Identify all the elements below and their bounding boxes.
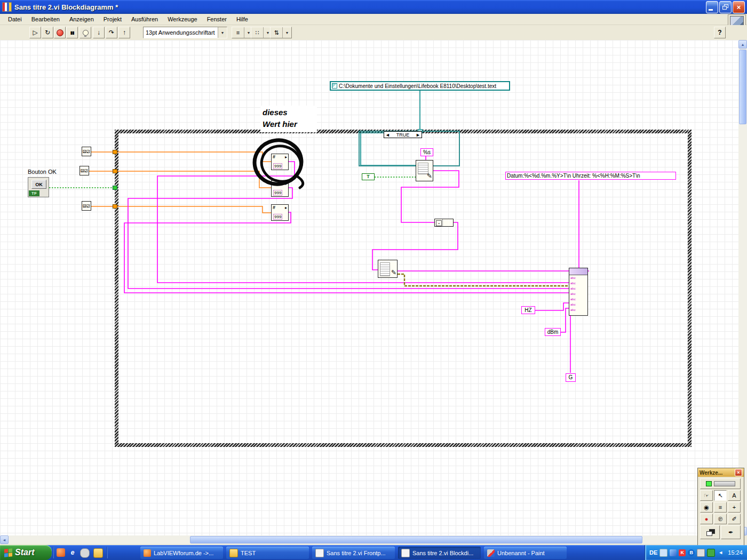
menu-anzeigen[interactable]: Anzeigen [65,15,99,23]
task-button-paint[interactable]: Unbenannt - Paint [484,547,567,559]
start-button[interactable]: Start [0,545,52,560]
hz-constant[interactable]: HZ [521,306,535,314]
build-array-node[interactable]: ▪ [434,219,454,227]
while-loop-border-left[interactable] [115,130,118,447]
horizontal-scrollbar[interactable]: ◄ ► [0,535,738,544]
case-prev-icon[interactable]: ◄ [385,132,390,138]
network-tray-icon[interactable] [670,549,677,556]
while-loop-border-bottom[interactable] [115,443,692,447]
format-into-file-node[interactable]: ✎ [416,160,433,181]
font-selector[interactable]: 13pt Anwendungsschriftart ▼ [143,27,227,38]
tools-palette-close-button[interactable]: × [735,469,742,476]
task-button-labviewforum[interactable]: LabVIEWforum.de ->... [140,547,223,559]
title-bar: Sans titre 2.vi Blockdiagramm * × [0,0,747,14]
edit-text-tool[interactable]: A [728,490,741,501]
number-to-string-node-1[interactable]: # ▸ 999 [271,154,289,170]
scroll-tool[interactable]: + [728,502,741,513]
set-color-tool[interactable] [700,525,720,539]
percent-s-constant[interactable]: %s [420,148,433,156]
chevron-down-icon[interactable]: ▼ [282,27,291,38]
status-tray-icon[interactable] [707,549,715,557]
task-button-blockdiagram[interactable]: Sans titre 2.vi Blockdi... [398,547,481,559]
operate-value-tool[interactable]: ☞ [700,490,713,501]
run-continuous-button[interactable]: ↻ [42,27,53,38]
toolbar: ▷ ↻ ▮▮ ↓ ↷ ↑ 13pt Anwendungsschriftart ▼… [0,25,747,41]
concatenate-strings-node[interactable]: abc abc abc abc abc abc abc [569,268,588,316]
volume-tray-icon[interactable]: ◄ [717,549,724,556]
wire-tool[interactable]: ◉ [700,502,713,513]
ie-e-glyph: e [71,549,75,556]
tools-palette-window[interactable]: Werkze... × ☞ ↖ A ◉ ≡ + ● ℗ [697,468,744,546]
menu-fenster[interactable]: Fenster [202,15,232,23]
probe-tool[interactable]: ℗ [714,514,727,524]
taskbar-clock[interactable]: 15:24 [728,549,743,556]
position-tool[interactable]: ↖ [714,490,727,501]
tunnel-numeric-1[interactable] [113,150,117,154]
usb-tray-icon[interactable] [697,549,705,557]
vertical-scrollbar[interactable]: ▲ ▼ [738,40,747,535]
tunnel-numeric-3[interactable] [113,204,117,209]
task-button-frontpanel[interactable]: Sans titre 2.vi Frontp... [312,547,395,559]
reorder-dropdown[interactable]: ⇅ ▼ [270,27,292,38]
object-menu-tool[interactable]: ≡ [714,502,727,513]
datum-format-constant[interactable]: Datum:%<%d.%m.%Y>T\n Uhrzeit: %<%H:%M:%S… [505,172,676,180]
scroll-left-button[interactable]: ◄ [0,535,9,544]
labview-window-icon [2,2,12,12]
tunnel-boolean[interactable] [113,186,117,190]
vertical-scrollbar-thumb[interactable] [739,50,746,124]
align-objects-dropdown[interactable]: ≡ ▼ [232,27,253,38]
minimize-button[interactable] [706,1,718,13]
step-out-button[interactable]: ↑ [118,27,130,38]
menu-ausfuehren[interactable]: Ausführen [126,15,163,23]
ok-button-terminal[interactable]: OK TF [28,177,49,197]
menu-bearbeiten[interactable]: Bearbeiten [27,15,65,23]
while-loop-border-right[interactable] [688,130,692,447]
file-path-constant[interactable]: C:\Dokumente und Einstellungen\Lifebook … [330,81,510,91]
quicklaunch-browser-icon[interactable] [57,548,65,557]
random-number-node-1[interactable]: ⚄⚂ [82,147,91,156]
random-number-node-2[interactable]: ⚄⚂ [80,166,89,175]
close-button[interactable]: × [733,1,745,13]
g-constant[interactable]: G [566,373,576,382]
task-button-test-folder[interactable]: TEST [226,547,309,559]
run-button[interactable]: ▷ [29,27,41,38]
context-help-button[interactable]: ? [714,27,726,38]
distribute-objects-dropdown[interactable]: ∷ ▼ [251,27,273,38]
tools-palette-titlebar[interactable]: Werkze... × [698,468,744,477]
number-to-string-node-3[interactable]: # ▸ 999 [271,204,289,221]
scroll-up-button[interactable]: ▲ [738,40,747,49]
menu-projekt[interactable]: Projekt [99,15,126,23]
restore-button[interactable] [719,1,732,13]
text-tool-icon: A [732,492,736,499]
auto-tool-select-button[interactable] [700,478,741,489]
menu-datei[interactable]: Datei [3,15,27,23]
step-over-button[interactable]: ↷ [106,27,117,38]
step-into-button[interactable]: ↓ [93,27,105,38]
case-next-icon[interactable]: ► [416,132,420,138]
menu-werkzeuge[interactable]: Werkzeuge [163,15,202,23]
random-number-node-3[interactable]: ⚄⚂ [82,201,91,211]
abort-button[interactable] [54,27,66,38]
menu-hilfe[interactable]: Hilfe [232,15,253,23]
language-indicator[interactable]: DE [649,549,657,556]
display-tray-icon[interactable] [659,549,667,557]
tunnel-numeric-2[interactable] [113,169,117,173]
case-selector-label[interactable]: ◄ TRUE ► [384,131,422,138]
pause-button[interactable]: ▮▮ [66,27,78,38]
quicklaunch-folder-icon[interactable] [93,548,103,558]
get-color-tool[interactable]: ✐ [728,514,741,524]
quicklaunch-app-icon[interactable] [80,548,90,558]
true-constant[interactable]: T [362,173,375,180]
chevron-down-icon[interactable]: ▼ [218,27,227,38]
antivirus-tray-icon[interactable]: K [679,549,686,556]
brush-tool[interactable]: ✒ [721,525,741,539]
free-label-annotation[interactable]: dieses Wert hier [260,106,317,132]
bluetooth-tray-icon[interactable]: B [688,549,695,556]
horizontal-scrollbar-thumb[interactable] [190,536,642,543]
write-text-file-node[interactable]: ✎ [378,260,398,278]
dbm-constant[interactable]: dBm [545,328,561,336]
number-to-string-node-2[interactable]: # ▸ 999 [271,180,289,197]
quicklaunch-ie-icon[interactable]: e [68,548,77,557]
highlight-execution-button[interactable] [80,27,91,38]
breakpoint-tool[interactable]: ● [700,514,713,524]
